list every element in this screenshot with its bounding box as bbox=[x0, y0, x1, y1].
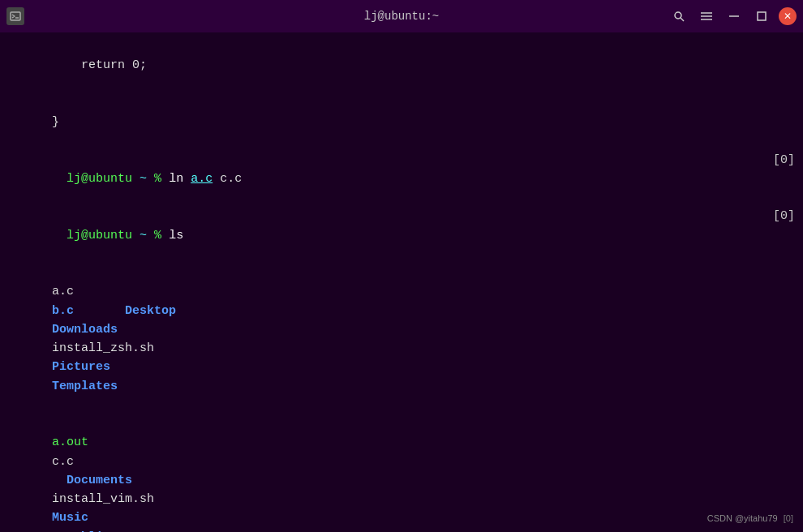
terminal-line: } bbox=[8, 94, 795, 151]
terminal-window: lj@ubuntu:~ bbox=[0, 0, 803, 532]
watermark: CSDN @yitahu79 [0] bbox=[707, 512, 793, 526]
terminal-body[interactable]: return 0; } lj@ubuntu ~ % ln a.c c.c [0]… bbox=[0, 32, 803, 532]
terminal-icon bbox=[6, 7, 24, 25]
search-button[interactable] bbox=[668, 6, 689, 27]
title-bar: lj@ubuntu:~ bbox=[0, 0, 803, 32]
svg-point-2 bbox=[675, 12, 681, 19]
close-button[interactable]: ✕ bbox=[779, 7, 797, 25]
terminal-line: a.out c.c Documents install_vim.sh Music… bbox=[8, 414, 795, 532]
title-bar-controls: ✕ bbox=[668, 6, 797, 27]
maximize-button[interactable] bbox=[751, 6, 772, 27]
svg-rect-0 bbox=[11, 12, 20, 20]
terminal-line: lj@ubuntu ~ % ls [0] bbox=[8, 207, 795, 264]
terminal-line: a.c b.c Desktop Downloads install_zsh.sh… bbox=[8, 264, 795, 414]
terminal-line: return 0; bbox=[8, 37, 795, 94]
menu-button[interactable] bbox=[696, 6, 717, 27]
minimize-button[interactable] bbox=[724, 6, 745, 27]
terminal-line: lj@ubuntu ~ % ln a.c c.c [0] bbox=[8, 151, 795, 208]
title-bar-left bbox=[6, 7, 24, 25]
window-title-text: lj@ubuntu:~ bbox=[364, 10, 439, 23]
title-bar-title: lj@ubuntu:~ bbox=[364, 10, 439, 23]
svg-line-3 bbox=[681, 18, 684, 21]
svg-rect-8 bbox=[758, 12, 766, 20]
